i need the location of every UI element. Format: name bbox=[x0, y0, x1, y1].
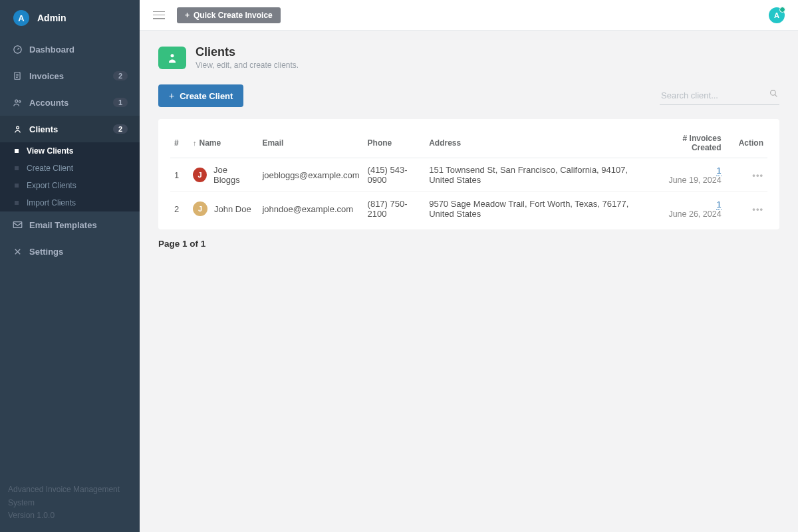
col-header-num[interactable]: # bbox=[170, 128, 189, 158]
cell-name: JJohn Doe bbox=[189, 192, 258, 226]
col-header-phone[interactable]: Phone bbox=[364, 128, 426, 158]
page-heading: Clients View, edit, and create clients. bbox=[158, 45, 779, 70]
svg-point-6 bbox=[171, 54, 174, 57]
search-input[interactable] bbox=[660, 86, 779, 105]
footer-app-name: Advanced Invoice Management System bbox=[8, 483, 132, 509]
subnav-view-clients[interactable]: View Clients bbox=[0, 142, 140, 160]
client-avatar: J bbox=[193, 168, 207, 182]
row-actions-icon[interactable]: ••• bbox=[752, 204, 763, 214]
search-icon[interactable] bbox=[769, 89, 778, 98]
quick-create-label: Quick Create Invoice bbox=[194, 11, 273, 20]
table-row: 1JJoe Bloggsjoebloggs@example.com(415) 5… bbox=[170, 158, 767, 192]
sidebar-item-label: Settings bbox=[29, 247, 128, 257]
cell-invoices: 1June 19, 2024 bbox=[653, 158, 735, 192]
sidebar-badge: 1 bbox=[113, 98, 128, 107]
col-header-email[interactable]: Email bbox=[258, 128, 363, 158]
topbar: +Quick Create Invoice A bbox=[140, 0, 798, 31]
sidebar-footer: Advanced Invoice Management System Versi… bbox=[0, 475, 140, 532]
col-header-address[interactable]: Address bbox=[425, 128, 653, 158]
bullet-icon bbox=[15, 149, 19, 153]
invoice-date: June 26, 2024 bbox=[657, 209, 722, 219]
subnav-import-clients[interactable]: Import Clients bbox=[0, 194, 140, 211]
invoices-link[interactable]: 1 bbox=[716, 200, 721, 210]
dashboard-icon bbox=[12, 44, 23, 55]
user-name[interactable]: Admin bbox=[37, 13, 66, 23]
cell-phone: (817) 750-2100 bbox=[364, 192, 426, 226]
tools-icon bbox=[12, 246, 23, 257]
sidebar-item-email-templates[interactable]: Email Templates bbox=[0, 211, 140, 238]
sidebar-item-label: Dashboard bbox=[29, 45, 128, 55]
cell-email: johndoe@example.com bbox=[258, 192, 363, 226]
svg-point-7 bbox=[771, 90, 776, 96]
client-icon bbox=[12, 124, 23, 134]
sidebar-item-label: Invoices bbox=[29, 71, 113, 81]
subnav-label: Import Clients bbox=[27, 198, 76, 207]
sidebar-item-label: Clients bbox=[29, 124, 113, 134]
sidebar-header: A Admin bbox=[0, 0, 140, 36]
bullet-icon bbox=[15, 201, 19, 205]
sidebar-badge: 2 bbox=[113, 71, 128, 80]
bullet-icon bbox=[15, 184, 19, 188]
col-header-name[interactable]: ↑Name bbox=[189, 128, 258, 158]
clients-table: # ↑Name Email Phone Address # Invoices C… bbox=[170, 128, 767, 225]
subnav-label: Create Client bbox=[27, 164, 73, 173]
client-avatar: J bbox=[193, 201, 207, 216]
menu-toggle-icon[interactable] bbox=[153, 11, 165, 19]
client-name[interactable]: Joe Bloggs bbox=[213, 165, 254, 185]
sidebar-item-label: Accounts bbox=[29, 98, 113, 108]
quick-create-invoice-button[interactable]: +Quick Create Invoice bbox=[177, 7, 281, 23]
svg-rect-5 bbox=[13, 222, 22, 228]
table-row: 2JJohn Doejohndoe@example.com(817) 750-2… bbox=[170, 192, 767, 226]
cell-num: 2 bbox=[170, 192, 189, 226]
client-name[interactable]: John Doe bbox=[214, 204, 251, 214]
cell-name: JJoe Bloggs bbox=[189, 158, 258, 192]
page-title: Clients bbox=[196, 45, 299, 59]
clients-page-icon bbox=[158, 47, 186, 69]
clients-table-card: # ↑Name Email Phone Address # Invoices C… bbox=[158, 119, 779, 229]
user-avatar[interactable]: A bbox=[13, 10, 29, 26]
cell-email: joebloggs@example.com bbox=[258, 158, 363, 192]
svg-point-2 bbox=[15, 100, 17, 102]
mail-icon bbox=[12, 219, 23, 230]
subnav-create-client[interactable]: Create Client bbox=[0, 160, 140, 177]
col-header-invoices[interactable]: # Invoices Created bbox=[653, 128, 735, 158]
sidebar-item-label: Email Templates bbox=[29, 220, 128, 230]
invoice-date: June 19, 2024 bbox=[657, 176, 722, 185]
topbar-user-avatar[interactable]: A bbox=[769, 7, 785, 23]
document-icon bbox=[12, 70, 23, 81]
cell-address: 151 Townsend St, San Francisco, Californ… bbox=[425, 158, 653, 192]
users-icon bbox=[12, 97, 23, 108]
plus-icon: + bbox=[169, 90, 174, 101]
pagination-text: Page 1 of 1 bbox=[158, 239, 779, 249]
sidebar-badge: 2 bbox=[113, 124, 128, 134]
cell-address: 9570 Sage Meadow Trail, Fort Worth, Texa… bbox=[425, 192, 653, 226]
subnav-label: Export Clients bbox=[27, 181, 76, 190]
cell-phone: (415) 543-0900 bbox=[364, 158, 426, 192]
page-subtitle: View, edit, and create clients. bbox=[196, 61, 299, 70]
sort-asc-icon: ↑ bbox=[193, 139, 197, 147]
cell-action: ••• bbox=[735, 192, 767, 226]
cell-invoices: 1June 26, 2024 bbox=[653, 192, 735, 226]
footer-version: Version 1.0.0 bbox=[8, 509, 132, 522]
row-actions-icon[interactable]: ••• bbox=[752, 170, 763, 180]
sidebar-item-dashboard[interactable]: Dashboard bbox=[0, 36, 140, 63]
bullet-icon bbox=[15, 166, 19, 170]
plus-icon: + bbox=[185, 11, 190, 20]
sidebar-item-invoices[interactable]: Invoices 2 bbox=[0, 63, 140, 89]
sidebar-item-clients[interactable]: Clients 2 bbox=[0, 116, 140, 142]
subnav-label: View Clients bbox=[27, 146, 73, 156]
sidebar: A Admin Dashboard Invoices 2 Accounts 1 … bbox=[0, 0, 140, 532]
col-header-action: Action bbox=[735, 128, 767, 158]
svg-point-4 bbox=[16, 126, 19, 129]
sidebar-item-accounts[interactable]: Accounts 1 bbox=[0, 89, 140, 116]
subnav-export-clients[interactable]: Export Clients bbox=[0, 177, 140, 194]
sidebar-item-settings[interactable]: Settings bbox=[0, 238, 140, 265]
content: Clients View, edit, and create clients. … bbox=[140, 31, 798, 532]
create-client-label: Create Client bbox=[180, 91, 233, 101]
svg-point-3 bbox=[19, 100, 21, 102]
subnav: View Clients Create Client Export Client… bbox=[0, 142, 140, 211]
create-client-button[interactable]: +Create Client bbox=[158, 84, 243, 107]
cell-num: 1 bbox=[170, 158, 189, 192]
cell-action: ••• bbox=[735, 158, 767, 192]
invoices-link[interactable]: 1 bbox=[716, 166, 721, 176]
